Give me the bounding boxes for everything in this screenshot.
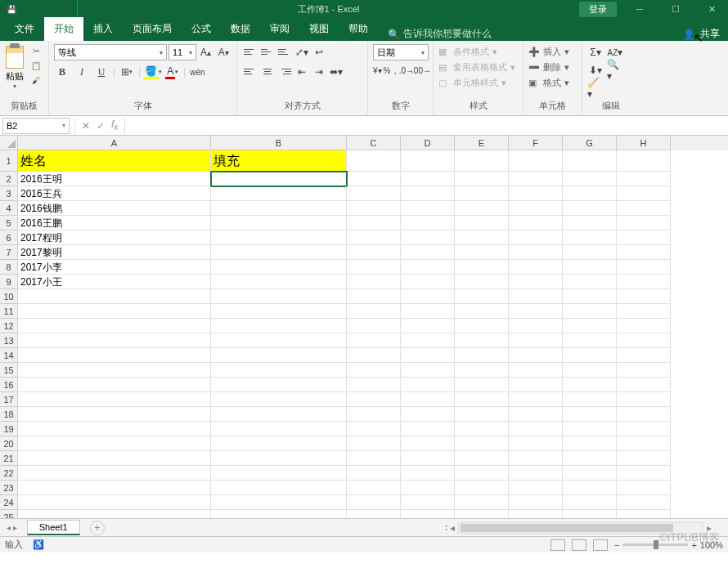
cell[interactable]: [401, 201, 455, 216]
page-break-view-icon[interactable]: [593, 539, 608, 551]
cell[interactable]: [509, 260, 563, 275]
column-header[interactable]: B: [211, 136, 347, 150]
cell[interactable]: [563, 495, 617, 510]
cell[interactable]: [347, 422, 401, 436]
cell[interactable]: [401, 230, 455, 245]
cell[interactable]: [347, 378, 401, 392]
cell[interactable]: [455, 260, 509, 275]
row-header[interactable]: 22: [0, 466, 18, 481]
cell[interactable]: [347, 348, 401, 363]
close-icon[interactable]: ✕: [695, 0, 728, 18]
cell[interactable]: [617, 186, 671, 201]
row-header[interactable]: 14: [0, 348, 18, 363]
cell[interactable]: [617, 172, 671, 186]
cell[interactable]: 2016王明: [18, 172, 211, 186]
tab-help[interactable]: 帮助: [339, 17, 378, 41]
cell[interactable]: [455, 201, 509, 216]
cell[interactable]: [401, 260, 455, 275]
currency-icon[interactable]: ¥▾: [373, 64, 382, 77]
cell[interactable]: [211, 186, 347, 201]
cell[interactable]: [509, 333, 563, 348]
cell[interactable]: [401, 363, 455, 378]
cell[interactable]: [401, 304, 455, 319]
cell[interactable]: [509, 407, 563, 422]
accessibility-icon[interactable]: ♿: [33, 539, 44, 550]
cell[interactable]: [563, 378, 617, 392]
cell[interactable]: [509, 363, 563, 378]
cell[interactable]: [401, 436, 455, 451]
cell[interactable]: [401, 186, 455, 201]
cell[interactable]: [509, 201, 563, 216]
row-header[interactable]: 10: [0, 289, 18, 304]
row-header[interactable]: 15: [0, 363, 18, 378]
align-bottom-icon[interactable]: [276, 44, 293, 59]
cell[interactable]: [455, 363, 509, 378]
cell[interactable]: [509, 348, 563, 363]
cell[interactable]: [617, 348, 671, 363]
paste-button[interactable]: 粘贴 ▾: [5, 44, 24, 90]
page-layout-view-icon[interactable]: [572, 539, 586, 551]
cell[interactable]: [401, 348, 455, 363]
row-header[interactable]: 19: [0, 422, 18, 436]
cell[interactable]: [509, 495, 563, 510]
column-header[interactable]: A: [18, 136, 211, 150]
cell[interactable]: [455, 245, 509, 260]
cell[interactable]: [509, 392, 563, 407]
delete-cells-button[interactable]: ➖删除▾: [528, 60, 577, 75]
cell[interactable]: [401, 319, 455, 333]
cell[interactable]: [617, 510, 671, 518]
cell[interactable]: [455, 172, 509, 186]
cell[interactable]: [509, 451, 563, 466]
cell[interactable]: [455, 348, 509, 363]
cell[interactable]: [563, 333, 617, 348]
cell[interactable]: [347, 436, 401, 451]
cell[interactable]: [617, 407, 671, 422]
cell[interactable]: [617, 378, 671, 392]
cell[interactable]: [347, 304, 401, 319]
cell[interactable]: 姓名: [18, 150, 211, 172]
cell[interactable]: [455, 495, 509, 510]
cell[interactable]: [455, 230, 509, 245]
cell[interactable]: [617, 436, 671, 451]
cell[interactable]: [401, 150, 455, 172]
align-middle-icon[interactable]: [259, 44, 276, 59]
undo-icon[interactable]: ↶: [23, 2, 36, 16]
row-header[interactable]: 21: [0, 451, 18, 466]
tab-view[interactable]: 视图: [299, 17, 339, 41]
cell[interactable]: [455, 378, 509, 392]
cell[interactable]: [563, 275, 617, 289]
cell[interactable]: 2017小李: [18, 260, 211, 275]
cell[interactable]: [347, 172, 401, 186]
percent-icon[interactable]: %: [384, 64, 391, 77]
cell[interactable]: [18, 466, 211, 481]
cell[interactable]: [563, 392, 617, 407]
cell[interactable]: [401, 495, 455, 510]
cell[interactable]: [211, 333, 347, 348]
name-box[interactable]: B2▾: [2, 118, 70, 134]
qat-dropdown-icon[interactable]: ▾: [59, 2, 72, 16]
insert-cells-button[interactable]: ➕插入▾: [528, 44, 577, 60]
cell[interactable]: [401, 378, 455, 392]
row-header[interactable]: 8: [0, 260, 18, 275]
number-format-combo[interactable]: 日期▾: [373, 44, 429, 60]
row-header[interactable]: 9: [0, 275, 18, 289]
cell[interactable]: [401, 466, 455, 481]
cell[interactable]: [563, 172, 617, 186]
row-header[interactable]: 7: [0, 245, 18, 260]
cell-styles-button[interactable]: ▢单元格样式▾: [438, 75, 518, 91]
row-header[interactable]: 12: [0, 319, 18, 333]
cell[interactable]: [617, 422, 671, 436]
cell[interactable]: [347, 392, 401, 407]
cell[interactable]: [509, 466, 563, 481]
conditional-format-button[interactable]: ▦条件格式▾: [438, 44, 518, 60]
cell[interactable]: [347, 407, 401, 422]
cell[interactable]: [563, 186, 617, 201]
tab-review[interactable]: 审阅: [260, 17, 299, 41]
find-icon[interactable]: 🔍▾: [607, 62, 623, 78]
column-header[interactable]: E: [455, 136, 509, 150]
column-header[interactable]: C: [347, 136, 401, 150]
cell[interactable]: [211, 172, 347, 186]
cell[interactable]: 填充: [211, 150, 347, 172]
border-icon[interactable]: ⊞▾: [119, 64, 135, 80]
cell[interactable]: [455, 481, 509, 495]
